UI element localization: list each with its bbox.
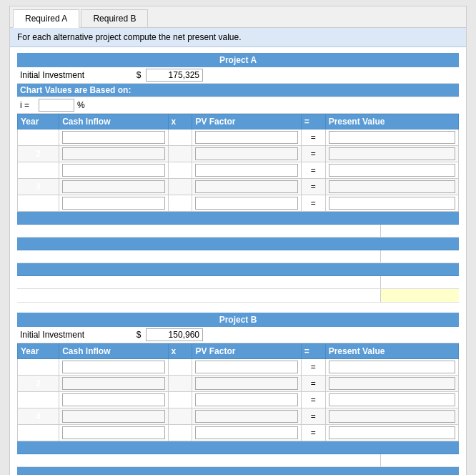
project-b-pvfactor-4[interactable] [192,408,301,425]
project-a-pvfactor-input-4[interactable] [195,180,297,193]
project-a-pv-1[interactable] [325,129,458,146]
project-b-pv-2[interactable] [325,376,458,392]
project-b-year-2: 2 [18,376,59,392]
project-a-npv-input[interactable] [384,290,456,300]
project-b-cashinflow-5[interactable] [59,425,168,441]
project-a-pv-3[interactable] [325,162,458,179]
project-b-pv-3[interactable] [325,392,458,408]
project-b-cashinflow-4[interactable] [59,408,168,425]
project-b-eq-4: = [301,408,325,425]
project-a-right-3[interactable] [380,276,459,288]
project-a-year-3: 3 [18,162,59,179]
project-b-cashinflow-input-1[interactable] [62,361,164,373]
project-a-cashinflow-input-4[interactable] [62,180,164,193]
project-a-cashinflow-input-2[interactable] [62,147,164,160]
tab-required-b[interactable]: Required B [81,9,148,27]
project-a-sum-input-1[interactable] [381,225,459,236]
project-a-blue-row-1 [17,212,459,225]
project-b-pv-input-1[interactable] [329,361,455,373]
project-b-pv-5[interactable] [325,425,458,441]
project-a-i-input[interactable] [39,99,74,112]
project-b-pv-1[interactable] [325,359,458,376]
project-b-th-year: Year [18,344,59,359]
project-a-pv-4[interactable] [325,179,458,195]
project-a-pv-5[interactable] [325,195,458,212]
project-b-year-3: 3 [18,392,59,408]
project-b-pvfactor-input-3[interactable] [195,393,297,406]
project-a-year-5: 5 [18,195,59,212]
project-a-cashinflow-5[interactable] [59,195,168,212]
project-a-init-input[interactable] [146,69,203,82]
project-b-th-pv: Present Value [325,344,458,359]
project-a-pvfactor-input-2[interactable] [195,147,297,160]
project-a-pvfactor-2[interactable] [192,146,301,162]
project-b-pvfactor-3[interactable] [192,392,301,408]
table-row: 5 = [18,195,459,212]
project-b-init-row: Initial Investment $ [17,327,459,343]
project-a-pvfactor-input-3[interactable] [195,164,297,177]
project-a-right-1[interactable] [380,225,459,237]
project-a-pv-input-4[interactable] [329,180,455,193]
project-a-pvfactor-input-1[interactable] [195,131,297,144]
tab-required-a[interactable]: Required A [13,9,79,28]
project-a-cashinflow-2[interactable] [59,146,168,162]
project-b-right-1[interactable] [380,454,459,466]
project-a-pvfactor-input-5[interactable] [195,197,297,210]
project-b-pv-input-2[interactable] [329,377,455,390]
project-b-pv-input-3[interactable] [329,393,455,406]
project-b-pv-input-5[interactable] [329,426,455,439]
project-b-cashinflow-2[interactable] [59,376,168,392]
table-row: 5 = [18,425,459,441]
project-b-cashinflow-input-4[interactable] [62,410,164,423]
project-b-init-input[interactable] [146,328,203,341]
project-a-x-2 [168,146,192,162]
project-a-cashinflow-1[interactable] [59,129,168,146]
project-b-pv-4[interactable] [325,408,458,425]
instruction-bar: For each alternative project compute the… [10,28,466,47]
project-a-pvfactor-5[interactable] [192,195,301,212]
project-a-right-2[interactable] [380,250,459,263]
project-b-pvfactor-input-4[interactable] [195,410,297,423]
project-b-blue-row-2 [17,467,459,475]
project-b-init-label: Initial Investment [17,328,132,341]
project-a-th-year: Year [18,114,59,129]
project-a-pv-2[interactable] [325,146,458,162]
project-a-th-eq: = [301,114,325,129]
project-a-cashinflow-input-5[interactable] [62,197,164,210]
project-b-pvfactor-input-2[interactable] [195,377,297,390]
project-a-cashinflow-input-1[interactable] [62,131,164,144]
project-b-eq-5: = [301,425,325,441]
project-b-pvfactor-input-5[interactable] [195,426,297,439]
project-a-left-3 [17,276,380,288]
table-row: 1 = [18,359,459,376]
project-a-pvfactor-4[interactable] [192,179,301,195]
project-a-i-label: i = [17,99,39,112]
project-a-cashinflow-4[interactable] [59,179,168,195]
project-a-pvfactor-3[interactable] [192,162,301,179]
project-a-pvfactor-1[interactable] [192,129,301,146]
project-a-npv-value[interactable] [380,289,459,302]
project-a-cashinflow-3[interactable] [59,162,168,179]
project-a-sum-input-3[interactable] [381,276,459,288]
project-b-pv-input-4[interactable] [329,410,455,423]
project-b-cashinflow-input-5[interactable] [62,426,164,439]
project-b-cashinflow-input-3[interactable] [62,393,164,406]
project-b-pvfactor-1[interactable] [192,359,301,376]
project-a-pv-input-1[interactable] [329,131,455,144]
project-a-sum-input-2[interactable] [381,250,459,262]
project-b-sum-input-1[interactable] [381,454,459,466]
project-b-cashinflow-input-2[interactable] [62,377,164,390]
project-b-cashinflow-1[interactable] [59,359,168,376]
project-a-pv-input-2[interactable] [329,147,455,160]
project-a-pv-input-3[interactable] [329,164,455,177]
project-b-pvfactor-2[interactable] [192,376,301,392]
project-a-blue-row-2 [17,238,459,250]
project-b-cashinflow-3[interactable] [59,392,168,408]
project-a-pv-input-5[interactable] [329,197,455,210]
project-b-pvfactor-input-1[interactable] [195,361,297,373]
project-a-cashinflow-input-3[interactable] [62,164,164,177]
project-b-pvfactor-5[interactable] [192,425,301,441]
table-row: 2 = [18,376,459,392]
project-a-dollar: $ [132,70,146,80]
project-b-eq-1: = [301,359,325,376]
